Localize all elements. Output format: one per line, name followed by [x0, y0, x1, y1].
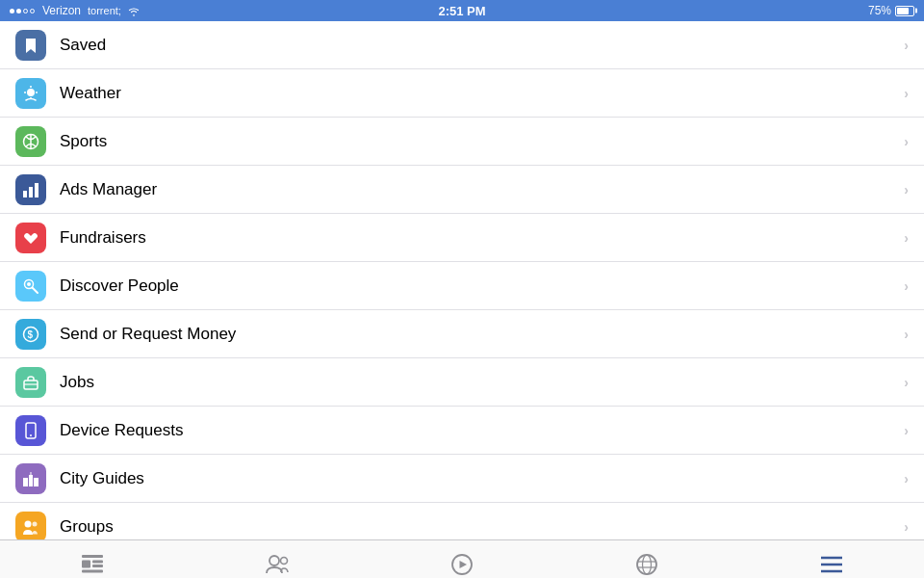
discover-people-label: Discover People [60, 276, 904, 296]
svg-rect-8 [29, 187, 33, 197]
tab-bar [0, 539, 924, 578]
svg-rect-7 [23, 191, 27, 197]
battery-fill [897, 8, 909, 14]
groups-icon [15, 512, 46, 540]
jobs-chevron: › [904, 375, 909, 390]
dot-4 [30, 9, 35, 13]
main-content: Saved › Weather › Sports › Ads Manager ›… [0, 21, 924, 539]
weather-chevron: › [904, 86, 909, 101]
svg-rect-22 [31, 472, 32, 475]
news-feed-icon [81, 553, 104, 576]
status-time: 2:51 PM [438, 4, 485, 18]
menu-item-city-guides[interactable]: City Guides › [0, 455, 924, 503]
svg-point-40 [637, 555, 656, 574]
tab-news-feed[interactable] [0, 540, 185, 578]
svg-rect-9 [35, 183, 38, 197]
weather-icon [15, 78, 46, 109]
svg-text:$: $ [28, 329, 34, 340]
svg-point-41 [643, 555, 652, 574]
status-left: Verizon torrent; [10, 4, 141, 17]
video-icon [450, 553, 474, 576]
ads-manager-chevron: › [904, 182, 909, 197]
device-requests-icon [15, 415, 46, 446]
saved-icon [15, 30, 46, 61]
tab-friends[interactable] [185, 540, 370, 578]
dot-3 [23, 9, 28, 13]
status-bar: Verizon torrent; 2:51 PM 75% [0, 0, 924, 21]
menu-item-ads-manager[interactable]: Ads Manager › [0, 166, 924, 214]
menu-item-send-money[interactable]: $ Send or Request Money › [0, 310, 924, 358]
sports-chevron: › [904, 134, 909, 149]
saved-chevron: › [904, 38, 909, 53]
menu-item-jobs[interactable]: Jobs › [0, 358, 924, 407]
signal-dots [10, 9, 35, 13]
jobs-label: Jobs [60, 373, 904, 392]
fundraisers-chevron: › [904, 230, 909, 246]
menu-list: Saved › Weather › Sports › Ads Manager ›… [0, 21, 924, 539]
city-guides-icon [15, 463, 46, 494]
svg-rect-32 [82, 560, 90, 567]
device-requests-label: Device Requests [60, 421, 904, 440]
svg-marker-39 [460, 561, 468, 568]
svg-point-12 [27, 282, 31, 286]
svg-point-18 [30, 434, 32, 436]
battery-percentage: 75% [868, 4, 891, 17]
send-money-icon: $ [15, 319, 46, 350]
svg-point-37 [281, 557, 288, 564]
fundraisers-label: Fundraisers [60, 228, 904, 248]
fundraisers-icon [15, 223, 46, 253]
svg-point-36 [270, 556, 279, 565]
globe-icon [635, 553, 658, 576]
svg-rect-35 [82, 569, 103, 572]
wifi-svg-icon [127, 6, 141, 16]
menu-item-sports[interactable]: Sports › [0, 118, 924, 166]
send-money-label: Send or Request Money [60, 325, 904, 344]
ads-manager-label: Ads Manager [60, 180, 904, 199]
svg-rect-33 [92, 560, 103, 563]
friends-icon [266, 553, 289, 576]
svg-rect-31 [82, 555, 103, 558]
svg-point-24 [33, 521, 38, 526]
menu-icon [820, 553, 843, 576]
city-guides-chevron: › [904, 471, 909, 486]
sports-icon [15, 126, 46, 157]
svg-point-0 [27, 89, 35, 96]
groups-label: Groups [60, 517, 904, 537]
svg-rect-21 [34, 478, 38, 486]
carrier-label: Verizon [42, 4, 81, 17]
discover-people-icon [15, 271, 46, 302]
weather-label: Weather [60, 84, 904, 103]
svg-line-11 [33, 287, 38, 293]
wifi-icon: torrent; [88, 5, 121, 16]
device-requests-chevron: › [904, 423, 909, 438]
menu-item-weather[interactable]: Weather › [0, 69, 924, 118]
groups-chevron: › [904, 519, 909, 535]
city-guides-label: City Guides [60, 469, 904, 488]
tab-globe[interactable] [554, 540, 739, 578]
svg-rect-34 [92, 565, 103, 567]
menu-item-device-requests[interactable]: Device Requests › [0, 407, 924, 455]
menu-item-discover-people[interactable]: Discover People › [0, 262, 924, 310]
saved-label: Saved [60, 36, 904, 55]
battery-icon [895, 6, 914, 16]
menu-section: Saved › Weather › Sports › Ads Manager ›… [0, 21, 924, 539]
send-money-chevron: › [904, 327, 909, 342]
menu-item-fundraisers[interactable]: Fundraisers › [0, 214, 924, 262]
dot-1 [10, 9, 14, 13]
tab-menu[interactable] [739, 540, 924, 578]
svg-rect-20 [29, 475, 33, 486]
svg-point-23 [25, 520, 32, 527]
sports-label: Sports [60, 132, 904, 151]
status-right: 75% [868, 4, 914, 17]
menu-item-saved[interactable]: Saved › [0, 21, 924, 69]
tab-video[interactable] [370, 540, 554, 578]
svg-rect-19 [23, 478, 28, 486]
jobs-icon [15, 367, 46, 398]
discover-people-chevron: › [904, 278, 909, 294]
dot-2 [16, 9, 21, 13]
ads-manager-icon [15, 174, 46, 205]
menu-item-groups[interactable]: Groups › [0, 503, 924, 539]
